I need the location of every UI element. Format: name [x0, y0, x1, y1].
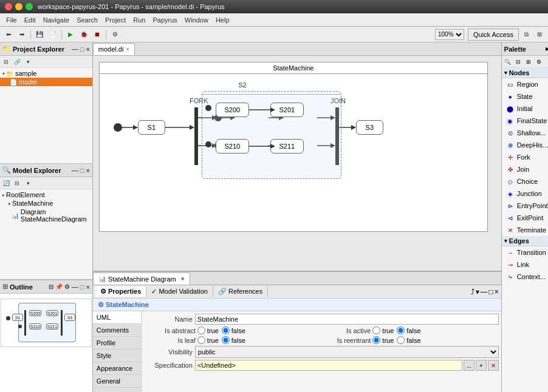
palette-item-link[interactable]: ⊸ Link	[502, 259, 548, 271]
palette-item-context[interactable]: ⤷ Context...	[502, 271, 548, 283]
menu-help[interactable]: Help	[212, 15, 233, 25]
tree-item-sample[interactable]: ▾ 📁 sample	[0, 69, 92, 78]
props-nav-style[interactable]: Style	[93, 350, 141, 362]
palette-item-fork[interactable]: ✛ Fork	[502, 151, 548, 163]
palette-item-junction[interactable]: ◈ Junction	[502, 188, 548, 200]
palette-btn-3[interactable]: ⊞	[524, 57, 533, 67]
props-toolbar-btn-1[interactable]: ⤴	[471, 288, 474, 296]
palette-item-join[interactable]: ✜ Join	[502, 163, 548, 175]
outline-btn-2[interactable]: 📌	[55, 283, 63, 291]
maximize-button[interactable]	[26, 3, 33, 10]
palette-expand[interactable]: ▸	[546, 45, 548, 53]
props-toolbar-btn-5[interactable]: ×	[495, 288, 499, 296]
radio-abstract-false[interactable]	[222, 326, 230, 334]
radio-leaf-false[interactable]	[222, 336, 230, 344]
quick-access-button[interactable]: Quick Access	[468, 29, 519, 41]
model-minimize[interactable]: —	[72, 167, 78, 174]
project-minimize[interactable]: —	[72, 46, 78, 53]
project-maximize[interactable]: □	[80, 46, 84, 53]
zoom-select[interactable]: 100% 75% 150%	[435, 29, 464, 40]
node-s211[interactable]: S211	[270, 139, 304, 154]
props-toolbar-btn-4[interactable]: □	[489, 288, 493, 296]
menu-project[interactable]: Project	[101, 15, 129, 25]
toolbar-forward[interactable]: ➡	[16, 29, 28, 41]
radio-reentrant-false[interactable]	[397, 336, 405, 344]
props-nav-uml[interactable]: UML	[93, 311, 141, 324]
props-nav-general[interactable]: General	[93, 375, 141, 388]
spec-btn-1[interactable]: ...	[464, 360, 474, 371]
toolbar-save[interactable]: 💾	[33, 29, 46, 41]
node-s210[interactable]: S210	[216, 139, 249, 154]
radio-active-true[interactable]	[372, 326, 380, 334]
tab-model-di[interactable]: model.di ×	[93, 43, 135, 55]
node-s201[interactable]: S201	[270, 103, 304, 117]
radio-leaf-true[interactable]	[197, 336, 205, 344]
props-tab-validation[interactable]: ✓ Model Validation	[146, 286, 213, 297]
props-select-visibility[interactable]: public private protected package	[195, 346, 499, 358]
toolbar-run[interactable]: ▶	[64, 29, 77, 41]
palette-item-exitpoint[interactable]: ⊲ ExitPoint	[502, 212, 548, 224]
props-nav-comments[interactable]: Comments	[93, 324, 141, 337]
outline-btn-1[interactable]: ⊟	[49, 283, 53, 291]
outline-close[interactable]: ×	[86, 283, 89, 291]
props-input-name[interactable]	[195, 314, 499, 325]
palette-btn-1[interactable]: 🔍	[503, 57, 513, 67]
props-nav-profile[interactable]: Profile	[93, 337, 141, 350]
tab-model-di-close[interactable]: ×	[126, 46, 129, 52]
spec-btn-2[interactable]: +	[476, 360, 487, 371]
menu-papyrus[interactable]: Papyrus	[149, 15, 180, 25]
model-maximize[interactable]: □	[80, 167, 84, 174]
palette-nodes-header[interactable]: ▾ Nodes	[502, 68, 548, 78]
palette-item-initial[interactable]: ⬤ Initial	[502, 103, 548, 115]
toolbar-new[interactable]: 📄	[47, 29, 59, 41]
palette-item-terminate[interactable]: ✕ Terminate	[502, 224, 548, 236]
node-s200[interactable]: S200	[216, 103, 249, 117]
outline-btn-3[interactable]: ⚙	[64, 283, 70, 291]
palette-item-state[interactable]: ● State	[502, 90, 548, 103]
radio-abstract-true[interactable]	[197, 326, 205, 334]
props-toolbar-btn-2[interactable]: ▾	[476, 288, 479, 296]
palette-item-transition[interactable]: → Transition	[502, 246, 548, 259]
model-collapse-btn[interactable]: ⊟	[12, 178, 22, 188]
toolbar-extras-2[interactable]: ⊞	[533, 29, 546, 41]
link-editor-btn[interactable]: 🔗	[12, 57, 22, 67]
palette-item-finalstate[interactable]: ◉ FinalState	[502, 115, 548, 127]
radio-active-false[interactable]	[397, 326, 405, 334]
props-input-spec[interactable]	[195, 360, 462, 371]
toolbar-back[interactable]: ⬅	[2, 29, 15, 41]
sm-tab-close[interactable]: ×	[181, 275, 185, 282]
minimize-button[interactable]	[15, 3, 22, 10]
props-toolbar-btn-3[interactable]: —	[481, 288, 488, 296]
palette-item-deephis[interactable]: ⊕ DeepHis...	[502, 139, 548, 151]
tree-item-model[interactable]: 📄 model	[0, 78, 92, 86]
toolbar-stop[interactable]: ⏹	[91, 29, 103, 41]
close-button[interactable]	[5, 3, 12, 10]
palette-item-shallow[interactable]: ⊙ Shallow...	[502, 127, 548, 139]
menu-edit[interactable]: Edit	[21, 15, 39, 25]
palette-item-region[interactable]: ▭ Region	[502, 78, 548, 90]
palette-item-entrypoint[interactable]: ⊳ EntryPoint	[502, 200, 548, 212]
toolbar-extras-1[interactable]: ⧉	[520, 29, 532, 41]
diagram-area[interactable]: StateMachine	[93, 56, 501, 271]
spec-btn-3[interactable]: ✕	[488, 360, 499, 371]
node-s3[interactable]: S3	[356, 120, 383, 135]
radio-reentrant-true[interactable]	[372, 336, 380, 344]
collapse-all-btn[interactable]: ⊟	[1, 57, 11, 67]
menu-file[interactable]: File	[2, 15, 21, 25]
menu-run[interactable]: Run	[129, 15, 149, 25]
tree-item-diagram[interactable]: 📊 Diagram StateMachineDiagram	[0, 208, 92, 223]
palette-btn-2[interactable]: ⊟	[513, 57, 523, 67]
tree-item-statemachine[interactable]: ▸ StateMachine	[0, 199, 92, 208]
palette-btn-4[interactable]: ⚙	[534, 57, 544, 67]
props-tab-properties[interactable]: ⚙ Properties	[95, 286, 146, 297]
menu-window[interactable]: Window	[181, 15, 212, 25]
toolbar-settings[interactable]: ⚙	[109, 29, 121, 41]
palette-item-choice[interactable]: ◇ Choice	[502, 175, 548, 188]
palette-edges-header[interactable]: ▾ Edges	[502, 236, 548, 246]
model-refresh-btn[interactable]: 🔄	[1, 178, 11, 188]
model-close[interactable]: ×	[86, 167, 89, 174]
props-nav-appearance[interactable]: Appearance	[93, 362, 141, 375]
menu-search[interactable]: Search	[73, 15, 101, 25]
tab-statemachine-diagram[interactable]: 📊 StateMachine Diagram ×	[93, 272, 190, 285]
outline-maximize[interactable]: □	[80, 283, 84, 291]
